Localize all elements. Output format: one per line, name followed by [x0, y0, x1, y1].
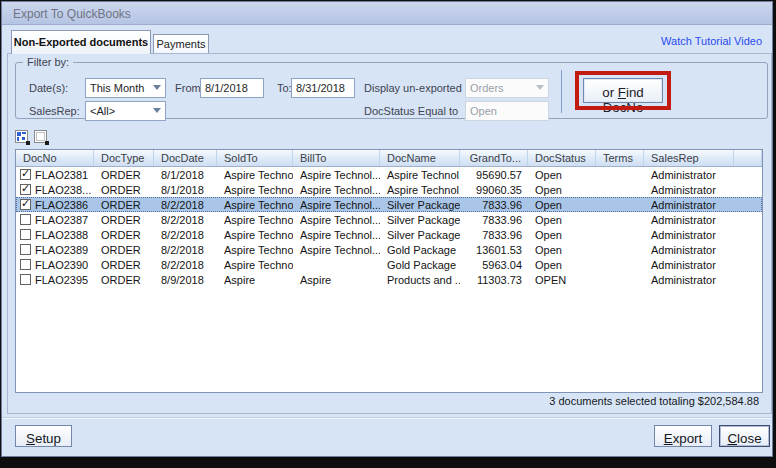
cell-docstatus: Open: [528, 259, 596, 271]
table-row[interactable]: FLAO2395 ORDER 8/9/2018 Aspire Aspire Pr…: [16, 272, 762, 287]
salesrep-value: <All>: [90, 105, 115, 117]
column-header-billto[interactable]: BillTo: [293, 150, 380, 166]
column-header-doctype[interactable]: DocType: [94, 150, 154, 166]
cell-docno: FLAO2395: [35, 274, 88, 286]
cell-docstatus: Open: [528, 169, 596, 181]
cell-grandtotal: 7833.96: [460, 214, 528, 226]
cell-salesrep: Administrator: [644, 229, 734, 241]
cell-docdate: 8/2/2018: [154, 259, 217, 271]
cell-doctype: ORDER: [94, 169, 154, 181]
cell-salesrep: Administrator: [644, 274, 734, 286]
grid-header-row: DocNo DocType DocDate SoldTo BillTo DocN…: [16, 150, 762, 167]
cell-billto: Aspire Technol...: [293, 214, 380, 226]
documents-grid: DocNo DocType DocDate SoldTo BillTo DocN…: [15, 149, 763, 393]
cell-docstatus: Open: [528, 214, 596, 226]
column-header-docdate[interactable]: DocDate: [154, 150, 217, 166]
setup-button[interactable]: Setup: [15, 425, 72, 447]
cell-salesrep: Administrator: [644, 169, 734, 181]
column-header-salesrep[interactable]: SalesRep: [644, 150, 734, 166]
cell-salesrep: Administrator: [644, 259, 734, 271]
row-checkbox[interactable]: [20, 229, 31, 240]
cell-docno: FLAO238...: [35, 184, 91, 196]
table-row[interactable]: FLAO2386 ORDER 8/2/2018 Aspire Technol..…: [16, 197, 762, 212]
table-row[interactable]: FLAO2381 ORDER 8/1/2018 Aspire Technol..…: [16, 167, 762, 182]
title-bar[interactable]: Export To QuickBooks: [2, 2, 772, 25]
cell-billto: Aspire: [293, 274, 380, 286]
salesrep-combobox[interactable]: <All>: [85, 101, 166, 121]
cell-docno: FLAO2388: [35, 229, 88, 241]
bottom-divider: [2, 417, 772, 419]
export-button[interactable]: Export: [654, 425, 712, 447]
column-header-docstatus[interactable]: DocStatus: [528, 150, 596, 166]
cell-docdate: 8/2/2018: [154, 229, 217, 241]
cell-docname: Products and ...: [380, 274, 460, 286]
tab-label: Non-Exported documents: [14, 36, 148, 48]
row-checkbox[interactable]: [20, 169, 31, 180]
cell-billto: Aspire Technol...: [293, 199, 380, 211]
row-checkbox[interactable]: [20, 184, 31, 195]
cell-docno: FLAO2390: [35, 259, 88, 271]
from-date-input[interactable]: 8/1/2018: [200, 78, 264, 98]
export-to-quickbooks-dialog: Export To QuickBooks Non-Exported docume…: [1, 1, 773, 457]
cell-grandtotal: 99060.35: [460, 184, 528, 196]
cell-docname: Silver Package: [380, 199, 460, 211]
cell-soldto: Aspire Technol...: [217, 229, 293, 241]
check-all-icon[interactable]: [15, 130, 30, 145]
tab-non-exported-documents[interactable]: Non-Exported documents: [11, 30, 151, 54]
row-checkbox[interactable]: [20, 214, 31, 225]
uncheck-all-icon[interactable]: [34, 130, 49, 145]
table-row[interactable]: FLAO2390 ORDER 8/2/2018 Aspire Technol..…: [16, 257, 762, 272]
cell-doctype: ORDER: [94, 229, 154, 241]
cell-doctype: ORDER: [94, 259, 154, 271]
cell-docdate: 8/2/2018: [154, 214, 217, 226]
row-checkbox[interactable]: [20, 199, 31, 210]
row-checkbox[interactable]: [20, 244, 31, 255]
cell-docstatus: Open: [528, 244, 596, 256]
row-checkbox[interactable]: [20, 274, 31, 285]
column-header-docname[interactable]: DocName: [380, 150, 460, 166]
close-button[interactable]: Close: [719, 425, 770, 447]
cell-soldto: Aspire Technol...: [217, 214, 293, 226]
cell-docstatus: Open: [528, 184, 596, 196]
column-header-docno[interactable]: DocNo: [16, 150, 94, 166]
column-header-soldto[interactable]: SoldTo: [217, 150, 293, 166]
display-unexported-combobox: Orders: [465, 78, 549, 98]
cell-doctype: ORDER: [94, 184, 154, 196]
cell-docname: Silver Package: [380, 229, 460, 241]
cell-billto: Aspire Technol...: [293, 184, 380, 196]
filter-legend: Filter by:: [23, 56, 73, 68]
cell-docstatus: Open: [528, 199, 596, 211]
column-header-terms[interactable]: Terms: [596, 150, 644, 166]
cell-docstatus: OPEN: [528, 274, 596, 286]
find-docno-label: or: [602, 85, 618, 100]
docstatus-label: DocStatus Equal to: [364, 105, 458, 117]
from-date-value: 8/1/2018: [205, 82, 248, 94]
column-header-grandtotal[interactable]: GrandTo...: [460, 150, 528, 166]
chevron-down-icon: [536, 85, 544, 90]
dates-combobox[interactable]: This Month: [85, 78, 166, 98]
cell-salesrep: Administrator: [644, 214, 734, 226]
cell-docno: FLAO2387: [35, 214, 88, 226]
tab-payments[interactable]: Payments: [153, 34, 209, 54]
tab-label: Payments: [157, 38, 206, 50]
row-checkbox[interactable]: [20, 259, 31, 270]
to-date-input[interactable]: 8/31/2018: [291, 78, 355, 98]
cell-soldto: Aspire Technol...: [217, 169, 293, 181]
chevron-down-icon: [153, 85, 161, 90]
table-row[interactable]: FLAO2389 ORDER 8/2/2018 Aspire Technol..…: [16, 242, 762, 257]
grid-body: FLAO2381 ORDER 8/1/2018 Aspire Technol..…: [16, 167, 762, 287]
cell-grandtotal: 11303.73: [460, 274, 528, 286]
find-docno-button[interactable]: or Find DocNo: [583, 78, 663, 103]
table-row[interactable]: FLAO2387 ORDER 8/2/2018 Aspire Technol..…: [16, 212, 762, 227]
watch-tutorial-video-link[interactable]: Watch Tutorial Video: [661, 35, 762, 47]
cell-doctype: ORDER: [94, 274, 154, 286]
table-row[interactable]: FLAO2388 ORDER 8/2/2018 Aspire Technol..…: [16, 227, 762, 242]
cell-soldto: Aspire Technol...: [217, 259, 293, 271]
table-row[interactable]: FLAO238... ORDER 8/1/2018 Aspire Technol…: [16, 182, 762, 197]
cell-soldto: Aspire Technol...: [217, 199, 293, 211]
cell-salesrep: Administrator: [644, 199, 734, 211]
cell-docname: Aspire Technol...: [380, 169, 460, 181]
screenshot: Export To QuickBooks Non-Exported docume…: [0, 0, 776, 468]
cell-salesrep: Administrator: [644, 244, 734, 256]
to-label: To:: [277, 82, 292, 94]
